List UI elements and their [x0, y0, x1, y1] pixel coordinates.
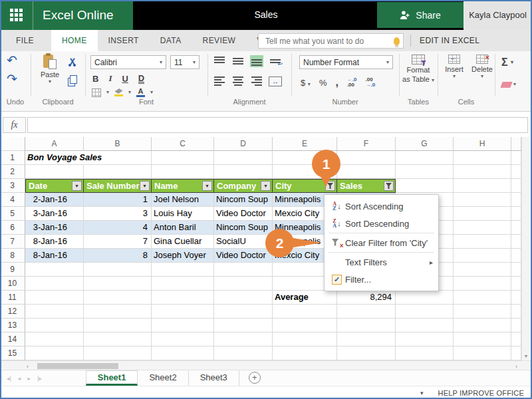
cell-C15[interactable] [152, 346, 214, 360]
cell-C12[interactable] [152, 305, 214, 319]
sheet-tab-sheet3[interactable]: Sheet3 [189, 370, 239, 386]
cell-C7[interactable]: Gina Cuellar [152, 235, 214, 249]
cell-G1[interactable] [396, 151, 454, 165]
sheet-tab-sheet2[interactable]: Sheet2 [138, 370, 188, 386]
tab-home[interactable]: HOME [51, 30, 98, 51]
status-dropdown-icon[interactable]: ▾ [420, 386, 424, 399]
filter-button-name[interactable]: ▼ [202, 181, 212, 191]
column-header-E[interactable]: E [273, 137, 337, 151]
row-header-15[interactable]: 15 [0, 346, 25, 360]
tellme-box[interactable] [258, 33, 404, 49]
row-header-11[interactable]: 11 [0, 291, 25, 305]
font-name-select[interactable]: Calibri▾ [90, 55, 166, 69]
percent-button[interactable]: % [319, 78, 327, 88]
number-format-select[interactable]: Number Format▾ [299, 55, 393, 69]
cell-A6[interactable]: 3-Jan-16 [25, 221, 84, 235]
undo-button[interactable]: ↶ [7, 54, 17, 66]
cell-A7[interactable]: 8-Jan-16 [25, 235, 84, 249]
align-top-button[interactable] [213, 55, 226, 67]
cell-D2[interactable] [214, 165, 273, 179]
cell-A1[interactable]: Bon Voyage Sales [25, 151, 84, 165]
decrease-decimal-button[interactable]: .00→.0 [366, 77, 376, 88]
cell-G14[interactable] [396, 332, 454, 346]
row-header-4[interactable]: 4 [0, 193, 25, 207]
cell-B8[interactable]: 8 [84, 249, 152, 263]
cell-H6[interactable] [454, 221, 511, 235]
cell-G2[interactable] [396, 165, 454, 179]
cell-A2[interactable] [25, 165, 84, 179]
fx-button[interactable]: fx [3, 117, 26, 133]
cut-button[interactable] [68, 58, 76, 66]
tab-data[interactable]: DATA [150, 30, 192, 51]
cell-A9[interactable] [25, 263, 84, 277]
help-improve-office-link[interactable]: HELP IMPROVE OFFICE [438, 386, 524, 399]
cell-B11[interactable] [84, 291, 152, 305]
cell-C14[interactable] [152, 332, 214, 346]
cell-F14[interactable] [337, 332, 396, 346]
row-header-5[interactable]: 5 [0, 207, 25, 221]
horizontal-scroll-thumb[interactable] [37, 363, 118, 369]
cell-E15[interactable] [273, 346, 337, 360]
row-header-7[interactable]: 7 [0, 235, 25, 249]
row-header-13[interactable]: 13 [0, 319, 25, 332]
italic-button[interactable]: I [108, 73, 112, 84]
row-header-6[interactable]: 6 [0, 221, 25, 235]
menu-item-sort-descending[interactable]: ZA↓Sort Descending [325, 215, 438, 232]
currency-button[interactable]: $ ▾ [301, 78, 311, 88]
delete-cells-button[interactable]: × Delete ▾ [469, 55, 495, 78]
cell-C3[interactable]: Name▼ [152, 179, 214, 193]
menu-item-text-filters[interactable]: Text Filters▸ [325, 253, 438, 271]
column-header-A[interactable]: A [25, 137, 84, 151]
tab-insert[interactable]: INSERT [98, 30, 150, 51]
column-header-H[interactable]: H [454, 137, 511, 151]
bold-button[interactable]: B [92, 74, 98, 84]
cell-D11[interactable] [214, 291, 273, 305]
cell-D14[interactable] [214, 332, 273, 346]
underline-button[interactable]: U [122, 74, 128, 84]
cell-H11[interactable] [454, 291, 511, 305]
cell-F11[interactable]: 8,294 [337, 291, 396, 305]
cell-C1[interactable] [152, 151, 214, 165]
cell-B5[interactable]: 3 [84, 207, 152, 221]
merge-center-button[interactable] [269, 76, 282, 86]
cell-C10[interactable] [152, 277, 214, 291]
add-sheet-button[interactable]: + [249, 372, 261, 384]
cell-H10[interactable] [454, 277, 511, 291]
cell-F3[interactable]: Sales [337, 179, 396, 193]
cell-F12[interactable] [337, 305, 396, 319]
align-left-button[interactable] [213, 75, 226, 87]
cell-G13[interactable] [396, 319, 454, 332]
sheet-tab-sheet1[interactable]: Sheet1 [86, 370, 138, 386]
cell-F1[interactable] [337, 151, 396, 165]
cell-D10[interactable] [214, 277, 273, 291]
scroll-down-icon[interactable]: ▾ [522, 353, 530, 359]
cell-A10[interactable] [25, 277, 84, 291]
scroll-left-icon[interactable]: ‹ [27, 363, 29, 370]
double-underline-button[interactable]: D [138, 74, 144, 84]
filter-button-sales[interactable] [384, 181, 394, 191]
formula-input[interactable] [27, 117, 528, 133]
borders-icon[interactable] [92, 88, 101, 97]
scroll-right-icon[interactable]: › [515, 363, 517, 370]
filter-button-date[interactable]: ▼ [72, 181, 82, 191]
cell-H2[interactable] [454, 165, 511, 179]
cell-A3[interactable]: Date▼ [25, 179, 84, 193]
cell-H9[interactable] [454, 263, 511, 277]
cell-H1[interactable] [454, 151, 511, 165]
cell-H12[interactable] [454, 305, 511, 319]
row-header-2[interactable]: 2 [0, 165, 25, 179]
horizontal-scrollbar[interactable]: ‹ › [0, 360, 532, 370]
last-sheet-icon[interactable]: |▸ [37, 375, 42, 382]
column-header-F[interactable]: F [337, 137, 396, 151]
cell-D5[interactable]: Video Doctor [214, 207, 273, 221]
tab-file[interactable]: FILE [5, 30, 45, 51]
cell-H5[interactable] [454, 207, 511, 221]
cell-B7[interactable]: 7 [84, 235, 152, 249]
cell-D9[interactable] [214, 263, 273, 277]
align-bottom-button[interactable] [250, 55, 263, 67]
cell-C6[interactable]: Anton Baril [152, 221, 214, 235]
cell-F2[interactable] [337, 165, 396, 179]
cell-C2[interactable] [152, 165, 214, 179]
edit-in-excel-button[interactable]: EDIT IN EXCEL [420, 30, 479, 51]
cell-B3[interactable]: Sale Number▼ [84, 179, 152, 193]
